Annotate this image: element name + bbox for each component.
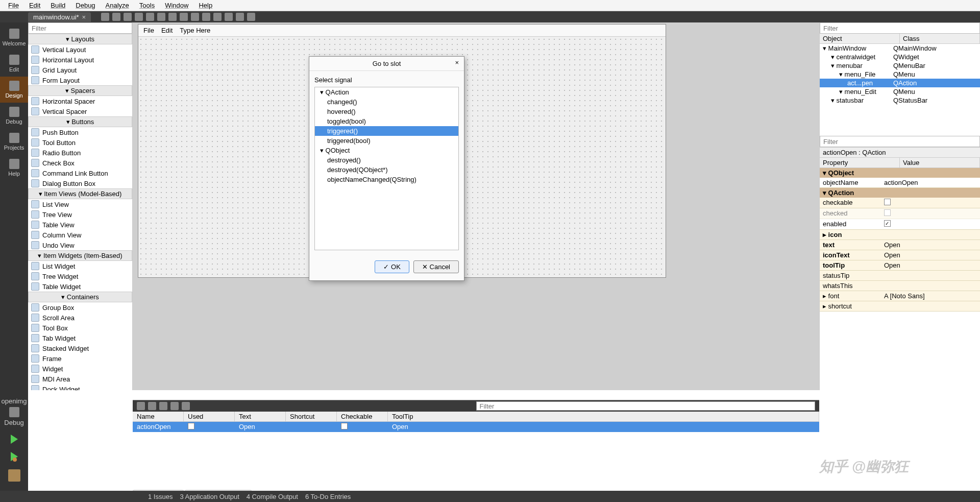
toolbar-icon[interactable] [146, 13, 154, 21]
widget-item[interactable]: Frame [28, 353, 132, 364]
signal-item[interactable]: ▾ QAction [315, 87, 458, 97]
file-tab[interactable]: mainwindow.ui* × [28, 12, 91, 22]
run-debug-icon[interactable] [11, 452, 18, 461]
form-menu-item[interactable]: File [143, 27, 154, 34]
mode-debug[interactable]: Debug [0, 103, 28, 129]
widget-item[interactable]: Stacked Widget [28, 343, 132, 353]
property-row[interactable]: statusTip [820, 271, 980, 281]
signal-item[interactable]: triggered() [315, 126, 458, 136]
signal-item[interactable]: changed() [315, 97, 458, 107]
mode-design[interactable]: Design [0, 77, 28, 103]
signal-item[interactable]: objectNameChanged(QString) [315, 175, 458, 184]
widget-item[interactable]: Widget [28, 364, 132, 374]
close-icon[interactable]: × [455, 59, 459, 66]
property-group[interactable]: ▾ QObject [820, 168, 980, 178]
signal-item[interactable]: destroyed() [315, 155, 458, 165]
property-row[interactable]: ▸ fontA [Noto Sans] [820, 291, 980, 301]
signal-item[interactable]: triggered(bool) [315, 136, 458, 146]
signal-item[interactable]: destroyed(QObject*) [315, 165, 458, 175]
object-row[interactable]: ▾ centralwidgetQWidget [820, 53, 980, 61]
toolbar-icon[interactable] [112, 13, 120, 21]
mode-help[interactable]: Help [0, 155, 28, 181]
widget-item[interactable]: Undo View [28, 240, 132, 250]
output-tab[interactable]: 1 Issues [148, 493, 173, 500]
object-row[interactable]: ▾ menu_FileQMenu [820, 70, 980, 79]
toolbar-icon[interactable] [236, 13, 244, 21]
widget-item[interactable]: Form Layout [28, 75, 132, 85]
widget-item[interactable]: List Widget [28, 261, 132, 271]
widget-item[interactable]: Tool Button [28, 137, 132, 148]
widget-item[interactable]: MDI Area [28, 374, 132, 384]
menu-window[interactable]: Window [161, 1, 192, 10]
output-tab[interactable]: 3 Application Output [180, 493, 239, 500]
widget-item[interactable]: Column View [28, 230, 132, 240]
menu-help[interactable]: Help [194, 1, 216, 10]
menu-file[interactable]: File [4, 1, 23, 10]
toolbar-icon[interactable] [135, 13, 143, 21]
property-row[interactable]: objectNameactionOpen [820, 178, 980, 188]
widget-item[interactable]: Scroll Area [28, 313, 132, 323]
toolbar-icon[interactable] [168, 13, 177, 21]
build-icon[interactable] [8, 469, 20, 482]
property-row[interactable]: whatsThis [820, 281, 980, 291]
toolbar-icon[interactable] [101, 13, 109, 21]
paste-icon[interactable] [159, 402, 167, 410]
close-icon[interactable]: × [82, 13, 86, 21]
property-row[interactable]: iconTextOpen [820, 250, 980, 260]
property-list[interactable]: ▾ QObjectobjectNameactionOpen▾ QActionch… [820, 168, 980, 390]
property-row[interactable]: checked [820, 208, 980, 219]
widget-item[interactable]: Tool Box [28, 323, 132, 333]
widget-item[interactable]: Vertical Layout [28, 44, 132, 55]
property-group[interactable]: ▾ QAction [820, 188, 980, 198]
widget-item[interactable]: Tab Widget [28, 333, 132, 343]
run-icon[interactable] [11, 435, 18, 444]
mode-welcome[interactable]: Welcome [0, 25, 28, 51]
widget-item[interactable]: Tree Widget [28, 271, 132, 281]
mode-edit[interactable]: Edit [0, 51, 28, 77]
widget-filter-input[interactable] [28, 22, 132, 34]
menu-build[interactable]: Build [46, 1, 69, 10]
action-filter-input[interactable] [476, 401, 816, 411]
toolbar-icon[interactable] [225, 13, 233, 21]
property-row[interactable]: checkable [820, 198, 980, 208]
property-filter-input[interactable] [820, 136, 980, 147]
object-tree[interactable]: ▾ MainWindowQMainWindow▾ centralwidgetQW… [820, 44, 980, 136]
widget-item[interactable]: Table View [28, 220, 132, 230]
widget-item[interactable]: Table Widget [28, 281, 132, 292]
toolbar-icon[interactable] [247, 13, 255, 21]
project-selector[interactable]: openimg Debug [2, 397, 27, 426]
widget-category[interactable]: ▾ Buttons [28, 116, 132, 127]
form-menu-item[interactable]: Type Here [180, 27, 210, 34]
widget-item[interactable]: Horizontal Spacer [28, 96, 132, 106]
object-row[interactable]: ▾ menu_EditQMenu [820, 87, 980, 96]
toolbar-icon[interactable] [180, 13, 188, 21]
action-row[interactable]: actionOpen Open Open [133, 422, 819, 432]
property-row[interactable]: enabled [820, 219, 980, 230]
output-tab[interactable]: 6 To-Do Entries [305, 493, 351, 500]
widget-item[interactable]: Grid Layout [28, 65, 132, 75]
property-row[interactable]: ▸ shortcut [820, 301, 980, 312]
widget-item[interactable]: Check Box [28, 158, 132, 168]
object-row[interactable]: ▾ statusbarQStatusBar [820, 96, 980, 105]
widget-category[interactable]: ▾ Spacers [28, 85, 132, 96]
signal-tree[interactable]: ▾ QActionchanged()hovered()toggled(bool)… [314, 87, 459, 250]
widget-item[interactable]: Dock Widget [28, 384, 132, 390]
widget-category[interactable]: ▾ Item Views (Model-Based) [28, 188, 132, 199]
property-row[interactable]: textOpen [820, 240, 980, 250]
widget-category[interactable]: ▾ Item Widgets (Item-Based) [28, 250, 132, 261]
widget-item[interactable]: Tree View [28, 209, 132, 220]
signal-item[interactable]: hovered() [315, 107, 458, 116]
signal-item[interactable]: ▾ QObject [315, 146, 458, 155]
widget-item[interactable]: Dialog Button Box [28, 178, 132, 188]
widget-item[interactable]: Radio Button [28, 148, 132, 158]
widget-item[interactable]: Vertical Spacer [28, 106, 132, 116]
copy-icon[interactable] [148, 402, 156, 410]
object-row[interactable]: ▾ MainWindowQMainWindow [820, 44, 980, 53]
signal-item[interactable]: toggled(bool) [315, 116, 458, 126]
list-icon[interactable] [182, 402, 190, 410]
menu-debug[interactable]: Debug [71, 1, 99, 10]
new-action-icon[interactable] [137, 402, 145, 410]
cancel-button[interactable]: ✕ Cancel [413, 260, 459, 273]
object-row[interactable]: ▾ menubarQMenuBar [820, 61, 980, 70]
object-row[interactable]: act...penQAction [820, 79, 980, 87]
